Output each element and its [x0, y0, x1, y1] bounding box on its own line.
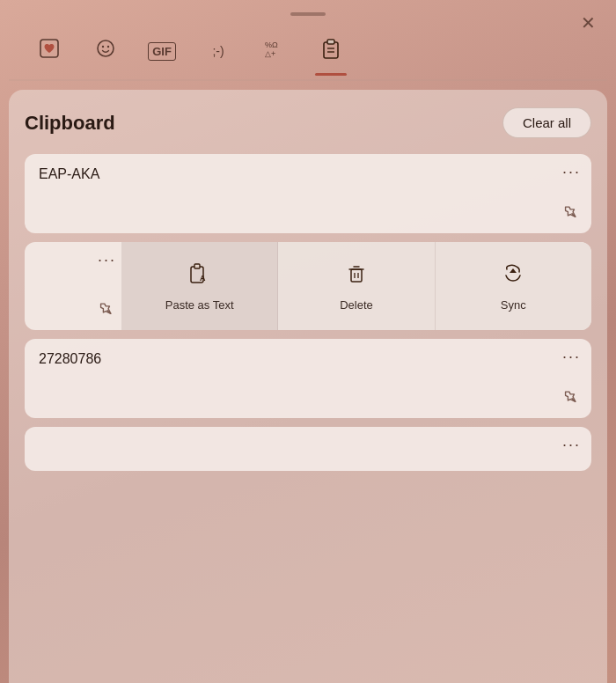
- tab-bar: GIF ;-) %Ω △+: [0, 28, 616, 74]
- drag-bar: [290, 12, 326, 16]
- svg-text:△+: △+: [265, 49, 275, 58]
- clipboard-header: Clipboard Clear all: [25, 107, 591, 138]
- emoji-icon: [94, 37, 117, 65]
- sync-label: Sync: [501, 298, 526, 312]
- sync-option[interactable]: Sync: [436, 242, 591, 330]
- close-icon: ✕: [581, 12, 596, 33]
- clipboard-item-1: EAP-AKA ···: [25, 154, 591, 233]
- clipboard-item-3-pin[interactable]: [558, 385, 586, 413]
- sync-icon: [501, 261, 525, 291]
- clipboard-item-2: ··· A: [25, 242, 591, 330]
- tab-symbols[interactable]: %Ω △+: [252, 28, 297, 74]
- tab-gif[interactable]: GIF: [139, 28, 185, 74]
- tab-kaomoji[interactable]: ;-): [195, 28, 241, 74]
- symbols-icon: %Ω △+: [263, 37, 286, 65]
- clipboard-item-3-more[interactable]: ···: [562, 348, 581, 366]
- svg-text:%Ω: %Ω: [265, 40, 278, 49]
- paste-as-text-label: Paste as Text: [165, 298, 234, 312]
- clipboard-item-4-more[interactable]: ···: [562, 436, 581, 454]
- svg-point-3: [107, 46, 109, 48]
- clipboard-item-2-pin[interactable]: [93, 297, 121, 325]
- paste-as-text-icon: A: [187, 261, 212, 291]
- svg-text:A: A: [200, 274, 206, 283]
- delete-icon: [344, 261, 369, 291]
- stickers-icon: [38, 37, 61, 65]
- clipboard-item-2-context-menu: A Paste as Text: [121, 242, 591, 330]
- content-area: Clipboard Clear all EAP-AKA ··· ···: [9, 90, 607, 683]
- clipboard-item-2-left: ···: [25, 242, 121, 330]
- clipboard-item-3: 27280786 ···: [25, 339, 591, 418]
- clipboard-item-3-text: 27280786: [39, 351, 101, 366]
- tab-stickers[interactable]: [26, 28, 72, 74]
- clipboard-icon: [319, 37, 342, 65]
- delete-option[interactable]: Delete: [278, 242, 435, 330]
- tab-emoji[interactable]: [83, 28, 128, 74]
- svg-rect-15: [351, 269, 362, 282]
- clipboard-title: Clipboard: [25, 112, 115, 135]
- clipboard-item-4: ···: [25, 427, 591, 471]
- svg-rect-7: [327, 40, 334, 44]
- clipboard-item-2-more[interactable]: ···: [98, 251, 116, 269]
- clear-all-button[interactable]: Clear all: [502, 107, 591, 138]
- emoji-panel: ✕ GIF: [0, 0, 616, 683]
- clipboard-item-1-pin[interactable]: [558, 200, 586, 228]
- kaomoji-icon: ;-): [212, 44, 224, 58]
- paste-as-text-option[interactable]: A Paste as Text: [121, 242, 278, 330]
- svg-point-1: [98, 40, 114, 56]
- svg-point-2: [102, 46, 104, 48]
- clipboard-item-1-more[interactable]: ···: [562, 163, 581, 181]
- tab-clipboard[interactable]: [308, 28, 354, 74]
- delete-label: Delete: [340, 298, 373, 312]
- gif-icon: GIF: [148, 42, 176, 61]
- close-button[interactable]: ✕: [572, 7, 604, 39]
- drag-handle[interactable]: [0, 0, 616, 25]
- svg-rect-13: [194, 264, 200, 268]
- clipboard-item-1-text: EAP-AKA: [39, 166, 99, 181]
